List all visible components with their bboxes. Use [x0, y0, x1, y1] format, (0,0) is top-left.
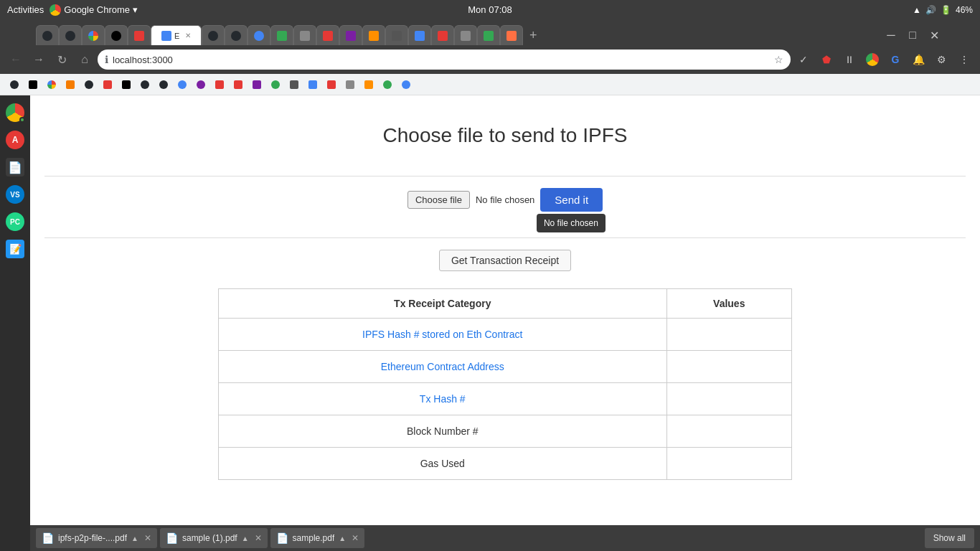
bookmark-5[interactable] [80, 77, 98, 93]
receipt-table: Tx Receipt Category Values IPFS Hash # s… [218, 288, 792, 480]
dock-item-vscode[interactable]: VS [4, 183, 27, 206]
tab-favicon-4 [111, 31, 121, 41]
info-icon: ℹ [105, 54, 108, 65]
download-chevron-3[interactable]: ▲ [339, 534, 346, 542]
bookmark-19[interactable] [341, 77, 359, 93]
bm-icon-15 [271, 80, 280, 89]
tab-3[interactable] [82, 25, 105, 45]
dock-vscode-icon: VS [6, 185, 24, 204]
activities-button[interactable]: Activities [7, 4, 44, 15]
refresh-button[interactable]: ↻ [52, 50, 72, 70]
bookmark-1[interactable] [6, 77, 23, 93]
tab-11[interactable] [293, 25, 316, 45]
tab-favicon-7 [208, 31, 218, 41]
dock-item-notes[interactable]: 📝 [4, 237, 27, 260]
tab-18[interactable] [454, 25, 477, 45]
tab-4[interactable] [105, 25, 128, 45]
tab-8[interactable] [225, 25, 248, 45]
no-file-label: No file chosen [476, 194, 534, 205]
tab-favicon-16 [415, 31, 425, 41]
download-item-3[interactable]: 📄 sample.pdf ▲ ✕ [270, 528, 365, 548]
bm-icon-16 [290, 80, 298, 89]
bookmark-16[interactable] [286, 77, 303, 93]
bookmark-22[interactable] [397, 77, 415, 93]
bookmark-6[interactable] [99, 77, 116, 93]
download-close-1[interactable]: ✕ [144, 533, 151, 543]
bookmark-7[interactable] [118, 77, 135, 93]
tab-16[interactable] [408, 25, 431, 45]
ext-check-icon[interactable]: ✓ [793, 50, 814, 70]
tab-15[interactable] [385, 25, 408, 45]
ext-gear-icon[interactable]: ⚙ [931, 50, 951, 70]
download-item-2[interactable]: 📄 sample (1).pdf ▲ ✕ [160, 528, 268, 548]
address-bar[interactable]: ℹ localhost:3000 ☆ [98, 50, 791, 70]
ext-bell-icon[interactable]: 🔔 [908, 50, 928, 70]
tab-17[interactable] [431, 25, 454, 45]
bookmark-8[interactable] [136, 77, 154, 93]
download-chevron-1[interactable]: ▲ [131, 534, 138, 542]
bookmark-2[interactable] [24, 77, 42, 93]
tab-5[interactable] [128, 25, 151, 45]
tab-2[interactable] [59, 25, 82, 45]
bookmark-17[interactable] [304, 77, 321, 93]
choose-file-button[interactable]: Choose file [407, 191, 470, 209]
bookmark-13[interactable] [230, 77, 247, 93]
bookmark-3[interactable] [43, 77, 60, 93]
download-chevron-2[interactable]: ▲ [242, 534, 249, 542]
bookmark-18[interactable] [323, 77, 340, 93]
show-all-button[interactable]: Show all [925, 528, 974, 548]
bookmarks-bar [0, 74, 980, 95]
maximize-btn[interactable]: □ [903, 25, 923, 45]
close-btn[interactable]: ✕ [924, 25, 944, 45]
tab-14[interactable] [362, 25, 385, 45]
bookmark-15[interactable] [267, 77, 284, 93]
forward-button[interactable]: → [29, 50, 49, 70]
table-row: Tx Hash # [219, 383, 792, 415]
download-close-2[interactable]: ✕ [255, 533, 262, 543]
add-tab-button[interactable]: + [523, 25, 543, 45]
home-button[interactable]: ⌂ [75, 50, 95, 70]
bookmark-14[interactable] [248, 77, 265, 93]
dock-item-app2[interactable]: A [4, 128, 27, 151]
tab-12[interactable] [316, 25, 339, 45]
table-cell-category-2: Tx Hash # [219, 383, 667, 415]
bookmark-21[interactable] [379, 77, 396, 93]
chrome-menu[interactable]: Google Chrome ▾ [50, 4, 138, 16]
dock-item-chrome[interactable] [4, 101, 27, 124]
url-text: localhost:3000 [113, 55, 770, 65]
bm-icon-6 [103, 80, 112, 89]
bookmark-4[interactable] [62, 77, 79, 93]
tab-9[interactable] [248, 25, 270, 45]
ext-shield-icon[interactable]: ⬟ [816, 50, 837, 70]
bookmark-12[interactable] [211, 77, 228, 93]
tab-20[interactable] [500, 25, 523, 45]
ext-g-icon[interactable]: G [885, 50, 905, 70]
bookmark-icon[interactable]: ☆ [774, 54, 783, 65]
tab-favicon-2 [65, 31, 75, 41]
tab-7[interactable] [202, 25, 225, 45]
bookmark-11[interactable] [192, 77, 209, 93]
ext-pause-icon[interactable]: ⏸ [839, 50, 859, 70]
tab-10[interactable] [270, 25, 293, 45]
bookmark-10[interactable] [174, 77, 191, 93]
dock-item-pycharm[interactable]: PC [4, 210, 27, 233]
table-cell-value-2 [666, 383, 791, 415]
divider-top [44, 176, 966, 176]
ext-more-icon[interactable]: ⋮ [954, 50, 974, 70]
tab-13[interactable] [339, 25, 362, 45]
get-receipt-button[interactable]: Get Transaction Receipt [439, 250, 571, 271]
bookmark-20[interactable] [360, 77, 377, 93]
back-button[interactable]: ← [6, 50, 26, 70]
send-button[interactable]: Send it [540, 188, 603, 212]
download-close-3[interactable]: ✕ [352, 533, 359, 543]
bookmark-9[interactable] [155, 77, 172, 93]
tab-1[interactable] [36, 25, 59, 45]
tab-active-label: E [174, 32, 179, 40]
tab-close-active[interactable]: ✕ [185, 32, 191, 39]
tab-19[interactable] [477, 25, 500, 45]
minimize-btn[interactable]: ─ [881, 25, 901, 45]
download-item-1[interactable]: 📄 ipfs-p2p-file-....pdf ▲ ✕ [36, 528, 157, 548]
tab-active[interactable]: E ✕ [151, 25, 202, 45]
ext-chrome-icon[interactable] [862, 50, 882, 70]
dock-item-files[interactable]: 📄 [4, 156, 27, 179]
